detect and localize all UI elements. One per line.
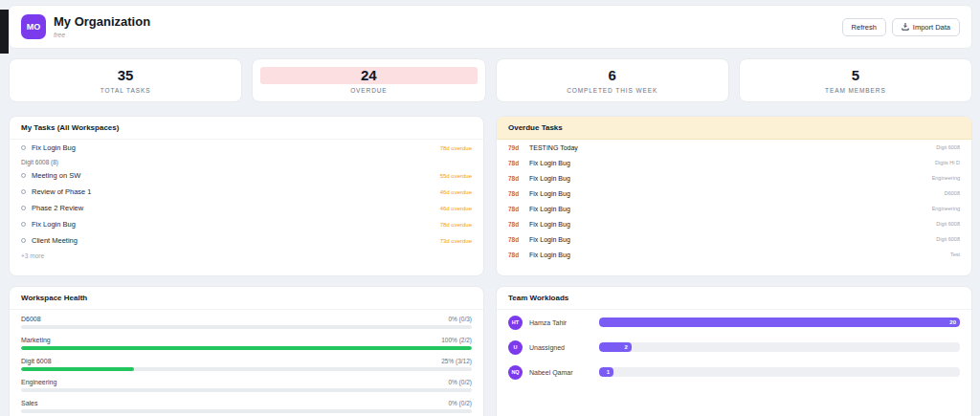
overdue-days: 78d <box>508 236 523 243</box>
workspace-health-row: Marketing100% (2/2) <box>10 331 483 352</box>
stat-card-completed-this-week: 6COMPLETED THIS WEEK <box>496 58 729 102</box>
stat-label: OVERDUE <box>260 87 477 94</box>
workspace-name: Engineering <box>21 379 56 385</box>
overdue-task-workspace: Digit 6008 <box>936 144 960 150</box>
overdue-days: 78d <box>508 221 523 228</box>
team-workload-row: NQNabeel Qamar1 <box>497 360 971 384</box>
member-name: Hamza Tahir <box>529 319 592 326</box>
more-tasks-link[interactable]: +3 more <box>10 249 483 263</box>
workspace-health-stat: 100% (2/2) <box>441 337 472 343</box>
overdue-task-name: Fix Login Bug <box>529 175 926 182</box>
task-status-icon <box>21 145 26 150</box>
stat-value: 24 <box>260 67 477 83</box>
workload-bar-fill: 2 <box>599 342 632 352</box>
workspace-health-stat: 0% (0/2) <box>448 379 472 385</box>
task-row[interactable]: Review of Phase 146d overdue <box>10 184 483 200</box>
workspace-health-row: D60080% (0/3) <box>10 310 483 331</box>
overdue-task-workspace: Engineering <box>932 175 960 181</box>
task-group-label: Digit 6008 (8) <box>10 156 483 167</box>
workspace-health-row: Engineering0% (0/2) <box>10 373 483 394</box>
task-row[interactable]: Fix Login Bug78d overdue <box>10 140 483 156</box>
task-name: Client Meeting <box>32 236 434 245</box>
overdue-tasks-list: 79dTESTING TodayDigit 600878dFix Login B… <box>497 140 971 262</box>
dashboard-page: MO My Organization free Refresh Import D… <box>0 5 980 416</box>
topbar: MO My Organization free Refresh Import D… <box>9 5 972 49</box>
overdue-days: 78d <box>508 175 523 182</box>
workspace-name: D6008 <box>21 316 41 322</box>
team-workload-row: UUnassigned2 <box>497 335 971 360</box>
main-grid: My Tasks (All Workspaces) Fix Login Bug7… <box>9 116 972 416</box>
overdue-task-workspace: Engineering <box>932 206 960 211</box>
workspace-health-stat: 0% (0/2) <box>448 400 472 406</box>
team-workloads-panel: Team Workloads HTHamza Tahir20UUnassigne… <box>496 286 972 416</box>
team-workloads-header: Team Workloads <box>497 287 971 310</box>
org-header: MO My Organization free <box>21 14 150 39</box>
workspace-health-list: D60080% (0/3)Marketing100% (2/2)Digit 60… <box>10 310 483 415</box>
member-avatar: HT <box>508 316 523 330</box>
task-status-icon <box>21 238 26 243</box>
stat-value: 35 <box>17 67 234 83</box>
stats-row: 35TOTAL TASKS24OVERDUE6COMPLETED THIS WE… <box>9 58 972 102</box>
stat-value: 6 <box>504 67 721 83</box>
team-workload-row: HTHamza Tahir20 <box>497 310 971 335</box>
task-row[interactable]: Fix Login Bug78d overdue <box>10 216 483 232</box>
org-text: My Organization free <box>54 15 150 37</box>
workload-bar-track: 20 <box>599 317 960 327</box>
overdue-task-name: Fix Login Bug <box>529 252 945 258</box>
workspace-health-stat: 25% (3/12) <box>441 358 472 364</box>
overdue-task-row[interactable]: 78dFix Login BugTest <box>497 247 971 262</box>
stat-card-total-tasks: 35TOTAL TASKS <box>9 58 242 102</box>
overdue-task-row[interactable]: 78dFix Login BugDigits Hi D <box>497 155 971 170</box>
page-title: My Organization <box>54 15 150 29</box>
import-icon <box>902 23 909 31</box>
overdue-tasks-header: Overdue Tasks <box>497 117 971 140</box>
workspace-health-row-top: Marketing100% (2/2) <box>21 337 472 343</box>
team-workloads-list: HTHamza Tahir20UUnassigned2NQNabeel Qama… <box>497 310 971 384</box>
stat-label: COMPLETED THIS WEEK <box>504 87 721 94</box>
my-tasks-header: My Tasks (All Workspaces) <box>10 117 483 140</box>
right-column: Overdue Tasks 79dTESTING TodayDigit 6008… <box>496 116 972 416</box>
overdue-task-row[interactable]: 78dFix Login BugDigit 6008 <box>497 231 971 247</box>
stat-label: TOTAL TASKS <box>17 87 234 94</box>
left-column: My Tasks (All Workspaces) Fix Login Bug7… <box>9 116 484 416</box>
task-name: Phase 2 Review <box>32 204 434 212</box>
workspace-name: Digit 6008 <box>21 358 52 364</box>
team-workloads-title: Team Workloads <box>508 294 568 302</box>
workspace-health-row-top: D60080% (0/3) <box>21 316 472 322</box>
task-row[interactable]: Phase 2 Review46d overdue <box>10 200 483 216</box>
health-progress-track <box>21 388 472 392</box>
workspace-health-header: Workspace Health <box>10 287 483 310</box>
task-row[interactable]: Meeting on SW55d overdue <box>10 167 483 184</box>
task-status-icon <box>21 173 26 178</box>
health-progress-track <box>21 367 472 371</box>
health-progress-track <box>21 325 472 329</box>
overdue-task-name: TESTING Today <box>529 144 930 151</box>
workspace-health-row-top: Engineering0% (0/2) <box>21 379 472 385</box>
overdue-task-workspace: Test <box>950 252 960 257</box>
stat-label: TEAM MEMBERS <box>747 87 964 94</box>
overdue-tasks-panel: Overdue Tasks 79dTESTING TodayDigit 6008… <box>496 116 972 276</box>
import-label: Import Data <box>913 23 950 32</box>
overdue-task-name: Fix Login Bug <box>529 206 926 212</box>
member-name: Nabeel Qamar <box>529 369 592 376</box>
overdue-days: 79d <box>508 144 523 151</box>
workspace-health-row: Digit 600825% (3/12) <box>10 352 483 373</box>
import-data-button[interactable]: Import Data <box>892 18 960 36</box>
workload-bar-fill: 1 <box>599 367 613 377</box>
refresh-button[interactable]: Refresh <box>842 18 886 36</box>
overdue-days: 78d <box>508 252 523 258</box>
task-overdue-label: 46d overdue <box>440 189 472 195</box>
overdue-task-workspace: D6008 <box>945 190 960 196</box>
health-progress-fill <box>21 367 134 371</box>
task-row[interactable]: Client Meeting73d overdue <box>10 232 483 249</box>
overdue-task-row[interactable]: 78dFix Login BugEngineering <box>497 170 971 186</box>
task-status-icon <box>21 189 26 194</box>
collapsed-sidebar[interactable] <box>0 10 9 54</box>
overdue-task-workspace: Digit 6008 <box>936 221 960 227</box>
task-status-icon <box>21 222 26 227</box>
overdue-task-row[interactable]: 79dTESTING TodayDigit 6008 <box>497 140 971 155</box>
overdue-task-row[interactable]: 78dFix Login BugDigit 6008 <box>497 216 971 231</box>
overdue-task-row[interactable]: 78dFix Login BugD6008 <box>497 186 971 201</box>
overdue-task-row[interactable]: 78dFix Login BugEngineering <box>497 201 971 216</box>
task-overdue-label: 78d overdue <box>440 222 472 228</box>
